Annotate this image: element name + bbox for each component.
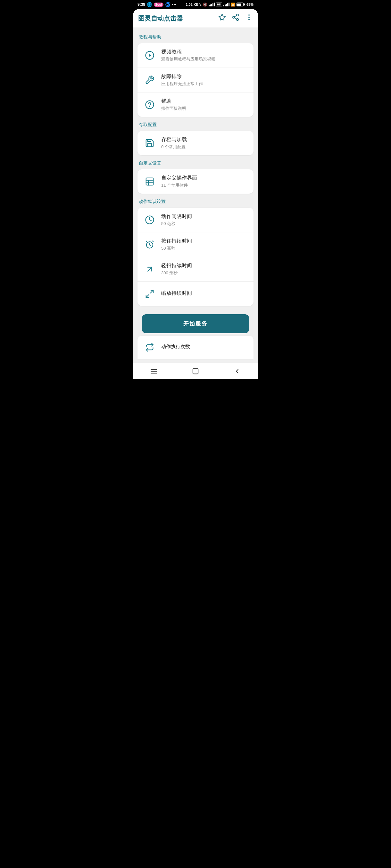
interval-subtitle: 50 毫秒 bbox=[161, 221, 248, 226]
ui-title: 自定义操作界面 bbox=[161, 175, 248, 182]
app-header: 图灵自动点击器 bbox=[133, 9, 258, 28]
help-subtitle: 操作面板说明 bbox=[161, 105, 248, 112]
svg-line-19 bbox=[148, 267, 152, 271]
layout-icon bbox=[143, 175, 157, 188]
chrome-icon: 🌀 bbox=[165, 2, 170, 7]
list-item-archive[interactable]: 存档与加载 0 个常用配置 bbox=[138, 131, 253, 155]
share-button[interactable] bbox=[232, 13, 240, 23]
nav-menu-button[interactable] bbox=[146, 364, 162, 379]
svg-point-7 bbox=[248, 17, 250, 18]
status-bar-right: 1.02 KB/s 🔇 HD 📶 68% bbox=[186, 3, 253, 7]
nav-back-button[interactable] bbox=[229, 364, 245, 379]
archive-title: 存档与加载 bbox=[161, 136, 248, 143]
more-button[interactable] bbox=[245, 13, 253, 23]
zoom-icon bbox=[143, 287, 157, 301]
list-item-help[interactable]: 帮助 操作面板说明 bbox=[138, 93, 253, 117]
time-display: 9:38 bbox=[138, 2, 145, 7]
nav-bar bbox=[133, 363, 258, 379]
help-circle-icon bbox=[143, 98, 157, 112]
list-item-ui[interactable]: 自定义操作界面 11 个常用控件 bbox=[138, 169, 253, 194]
clock-icon bbox=[143, 213, 157, 227]
list-item-video[interactable]: 视频教程 观看使用教程与应用场景视频 bbox=[138, 43, 253, 68]
svg-point-11 bbox=[146, 101, 154, 109]
hold-title: 按住持续时间 bbox=[161, 238, 248, 245]
card-action: 动作间隔时间 50 毫秒 按住持续时间 50 毫秒 bbox=[138, 208, 253, 306]
wrench-icon bbox=[143, 73, 157, 87]
speed-display: 1.02 KB/s bbox=[186, 3, 202, 6]
interval-title: 动作间隔时间 bbox=[161, 213, 248, 220]
svg-rect-25 bbox=[193, 368, 198, 374]
svg-rect-13 bbox=[146, 178, 153, 185]
video-title: 视频教程 bbox=[161, 49, 248, 55]
swipe-title: 轻扫持续时间 bbox=[161, 262, 248, 269]
start-service-button[interactable]: 开始服务 bbox=[142, 314, 249, 333]
play-icon bbox=[143, 48, 157, 62]
section-label-action: 动作默认设置 bbox=[139, 199, 253, 205]
favorite-button[interactable] bbox=[218, 13, 226, 23]
card-custom: 自定义操作界面 11 个常用控件 bbox=[138, 169, 253, 194]
archive-subtitle: 0 个常用配置 bbox=[161, 144, 248, 150]
list-item-interval[interactable]: 动作间隔时间 50 毫秒 bbox=[138, 208, 253, 232]
signal-icon bbox=[208, 3, 215, 6]
status-bar: 9:38 🌐 Soul 🌀 ••• 1.02 KB/s 🔇 HD 📶 bbox=[133, 0, 258, 9]
svg-line-5 bbox=[234, 16, 237, 17]
svg-line-21 bbox=[146, 295, 149, 298]
arrow-up-right-icon bbox=[143, 262, 157, 276]
svg-marker-10 bbox=[149, 54, 151, 57]
svg-line-4 bbox=[234, 18, 237, 19]
battery-percent: 68% bbox=[247, 3, 253, 6]
wifi-icon: 📶 bbox=[231, 3, 235, 7]
video-subtitle: 观看使用教程与应用场景视频 bbox=[161, 56, 248, 62]
mute-icon: 🔇 bbox=[203, 3, 207, 7]
header-actions bbox=[218, 13, 253, 23]
clock-alt-icon bbox=[143, 238, 157, 252]
list-item-hold[interactable]: 按住持续时间 50 毫秒 bbox=[138, 232, 253, 257]
ui-subtitle: 11 个常用控件 bbox=[161, 182, 248, 188]
more-apps-icon: ••• bbox=[172, 3, 177, 6]
card-config: 存档与加载 0 个常用配置 bbox=[138, 131, 253, 155]
swipe-subtitle: 300 毫秒 bbox=[161, 270, 248, 276]
hd-badge: HD bbox=[216, 3, 222, 6]
hold-subtitle: 50 毫秒 bbox=[161, 246, 248, 251]
save-icon bbox=[143, 136, 157, 150]
section-label-tutorial: 教程与帮助 bbox=[139, 34, 253, 40]
help-title: 帮助 bbox=[161, 98, 248, 105]
list-item-partial-repeat[interactable]: 动作执行次数 bbox=[138, 336, 253, 359]
svg-point-8 bbox=[248, 19, 250, 20]
troubleshoot-subtitle: 应用程序无法正常工作 bbox=[161, 81, 248, 87]
card-tutorial: 视频教程 观看使用教程与应用场景视频 故障排除 应用程序无法正常工作 bbox=[138, 43, 253, 117]
soul-app-icon: Soul bbox=[154, 3, 163, 7]
repeat-icon bbox=[143, 340, 157, 354]
svg-point-6 bbox=[248, 14, 250, 16]
repeat-title: 动作执行次数 bbox=[161, 344, 248, 350]
zoom-title: 缩放持续时间 bbox=[161, 290, 248, 297]
nav-home-button[interactable] bbox=[188, 364, 203, 379]
main-content: 教程与帮助 视频教程 观看使用教程与应用场景视频 bbox=[133, 28, 258, 363]
svg-line-20 bbox=[150, 290, 153, 293]
section-label-custom: 自定义设置 bbox=[139, 160, 253, 166]
troubleshoot-title: 故障排除 bbox=[161, 73, 248, 80]
browser-icon: 🌐 bbox=[147, 2, 152, 7]
svg-marker-0 bbox=[219, 14, 225, 20]
list-item-troubleshoot[interactable]: 故障排除 应用程序无法正常工作 bbox=[138, 68, 253, 93]
list-item-zoom[interactable]: 缩放持续时间 bbox=[138, 282, 253, 306]
app-container: 图灵自动点击器 bbox=[133, 9, 258, 379]
start-service-wrapper: 开始服务 bbox=[138, 311, 253, 336]
signal2-icon bbox=[223, 3, 229, 6]
battery-icon bbox=[236, 3, 245, 6]
list-item-swipe[interactable]: 轻扫持续时间 300 毫秒 bbox=[138, 257, 253, 282]
status-bar-left: 9:38 🌐 Soul 🌀 ••• bbox=[138, 2, 176, 7]
section-label-config: 存取配置 bbox=[139, 122, 253, 128]
app-title: 图灵自动点击器 bbox=[138, 14, 183, 23]
